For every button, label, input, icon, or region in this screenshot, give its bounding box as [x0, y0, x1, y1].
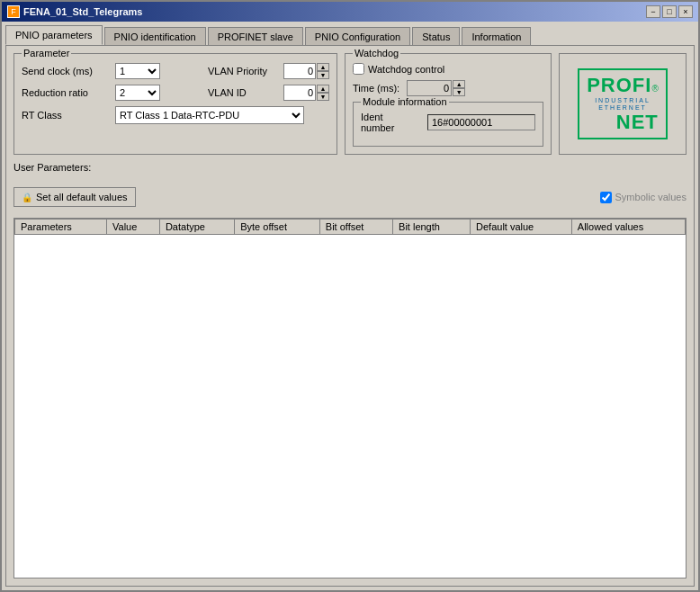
ident-number-input: 16#00000001: [427, 114, 535, 130]
profinet-logo-box: PROFI ® INDUSTRIAL ETHERNET NET: [559, 53, 687, 155]
vlan-priority-down[interactable]: ▼: [317, 71, 329, 79]
send-clock-label: Send clock (ms): [22, 66, 112, 76]
vlan-priority-label: VLAN Priority: [208, 66, 280, 76]
watchdog-group-legend: Watchdog: [353, 48, 400, 58]
vlan-priority-spin-buttons: ▲ ▼: [317, 63, 329, 79]
profinet-logo-line: PROFI ®: [587, 74, 659, 97]
reduction-ratio-label: Reduction ratio: [22, 87, 112, 98]
symbolic-values-checkbox[interactable]: [600, 192, 612, 203]
profinet-sub1: INDUSTRIAL: [595, 97, 651, 104]
vlan-id-spin: ▲ ▼: [283, 85, 329, 101]
tab-profinet-slave[interactable]: PROFINET slave: [208, 27, 303, 45]
profinet-logo-profi: PROFI: [587, 74, 651, 97]
rt-class-row: RT Class RT Class 1 Data-RTC-PDU: [22, 106, 329, 124]
vlan-id-down[interactable]: ▼: [317, 93, 329, 101]
tab-status[interactable]: Status: [412, 27, 460, 45]
vlan-id-label: VLAN ID: [208, 87, 280, 98]
col-parameters: Parameters: [15, 220, 107, 235]
watchdog-time-up[interactable]: ▲: [453, 80, 465, 88]
watchdog-control-checkbox[interactable]: [353, 63, 364, 75]
minimize-button[interactable]: −: [646, 5, 660, 18]
watchdog-group: Watchdog Watchdog control Time (ms): ▲: [345, 53, 552, 155]
tab-bar: PNIO parameters PNIO identification PROF…: [5, 25, 695, 45]
tab-pnio-parameters[interactable]: PNIO parameters: [5, 25, 103, 45]
reduction-ratio-select[interactable]: 1 2 4: [115, 85, 160, 101]
vlan-priority-spin: ▲ ▼: [283, 63, 329, 79]
user-parameters-row: User Parameters:: [13, 162, 687, 176]
col-bit-offset: Bit offset: [319, 220, 392, 235]
col-value: Value: [107, 220, 160, 235]
vlan-id-spin-buttons: ▲ ▼: [317, 85, 329, 101]
symbolic-values-label: Symbolic values: [615, 192, 687, 202]
symbolic-values-row: Symbolic values: [600, 192, 687, 203]
profinet-logo: PROFI ® INDUSTRIAL ETHERNET NET: [578, 68, 668, 139]
tab-pnio-configuration[interactable]: PNIO Configuration: [305, 27, 410, 45]
watchdog-control-row: Watchdog control: [353, 63, 543, 75]
title-bar: F FENA_01_Std_Telegrams − □ ×: [2, 2, 698, 22]
profinet-logo-net: NET: [587, 111, 659, 134]
ident-number-label: Ident number: [361, 112, 418, 133]
watchdog-time-input[interactable]: [407, 80, 452, 96]
vlan-priority-up[interactable]: ▲: [317, 63, 329, 71]
rt-class-select[interactable]: RT Class 1 Data-RTC-PDU: [115, 106, 304, 124]
tab-information[interactable]: Information: [462, 27, 531, 45]
set-defaults-button[interactable]: 🔒 Set all default values: [13, 187, 136, 207]
col-bit-length: Bit length: [393, 220, 471, 235]
col-byte-offset: Byte offset: [235, 220, 320, 235]
send-clock-select[interactable]: 1 2 4: [115, 63, 160, 79]
ident-number-row: Ident number 16#00000001: [361, 112, 535, 133]
close-button[interactable]: ×: [678, 5, 693, 18]
window-content: PNIO parameters PNIO identification PROF…: [2, 22, 698, 590]
maximize-button[interactable]: □: [662, 5, 677, 18]
top-group-row: Parameter Send clock (ms) 1 2 4 VLAN Pri…: [13, 53, 687, 155]
user-parameters-label: User Parameters:: [13, 162, 91, 173]
col-default-value: Default value: [471, 220, 572, 235]
parameters-table: Parameters Value Datatype Byte offset Bi…: [14, 219, 686, 235]
watchdog-time-row: Time (ms): ▲ ▼: [353, 80, 543, 96]
tab-content-pnio-parameters: Parameter Send clock (ms) 1 2 4 VLAN Pri…: [5, 45, 695, 587]
vlan-priority-input[interactable]: [283, 63, 316, 79]
profinet-registered: ®: [651, 84, 658, 94]
watchdog-time-label: Time (ms):: [353, 83, 399, 94]
tab-pnio-identification[interactable]: PNIO identification: [104, 27, 206, 45]
watchdog-time-spin: ▲ ▼: [407, 80, 465, 96]
window-title: FENA_01_Std_Telegrams: [23, 6, 142, 17]
watchdog-time-down[interactable]: ▼: [453, 88, 465, 96]
parameter-group-legend: Parameter: [22, 48, 71, 58]
module-info-legend: Module information: [361, 96, 449, 107]
col-allowed-values: Allowed values: [571, 220, 685, 235]
title-bar-controls: − □ ×: [646, 5, 693, 18]
profinet-sub2: ETHERNET: [598, 104, 647, 112]
vlan-id-input[interactable]: [283, 85, 316, 101]
watchdog-control-label: Watchdog control: [353, 63, 444, 75]
parameters-table-container: Parameters Value Datatype Byte offset Bi…: [13, 218, 687, 579]
module-info-group: Module information Ident number 16#00000…: [353, 102, 543, 147]
title-bar-left: F FENA_01_Std_Telegrams: [7, 5, 142, 18]
reduction-ratio-row: Reduction ratio 1 2 4 VLAN ID ▲: [22, 85, 329, 101]
rt-class-label: RT Class: [22, 110, 112, 121]
main-window: F FENA_01_Std_Telegrams − □ × PNIO param…: [0, 0, 700, 592]
col-datatype: Datatype: [159, 220, 234, 235]
vlan-id-up[interactable]: ▲: [317, 85, 329, 93]
window-icon: F: [7, 5, 20, 18]
lock-icon: 🔒: [22, 193, 32, 202]
send-clock-row: Send clock (ms) 1 2 4 VLAN Priority ▲: [22, 63, 329, 79]
parameter-group: Parameter Send clock (ms) 1 2 4 VLAN Pri…: [13, 53, 337, 155]
watchdog-time-spin-buttons: ▲ ▼: [453, 80, 465, 96]
